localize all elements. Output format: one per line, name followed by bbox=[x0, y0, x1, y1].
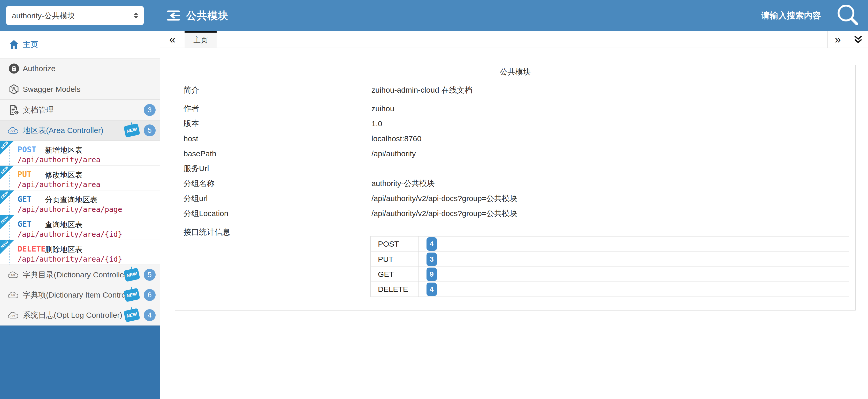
count-badge: 4 bbox=[144, 309, 156, 321]
stats-cell: POST 4 PUT 3 bbox=[363, 221, 855, 310]
api-list-item[interactable]: NEW DELETE 删除地区表 /api/authority/area/{id… bbox=[0, 240, 160, 265]
table-row: basePath /api/authority bbox=[175, 146, 855, 161]
svg-text:API: API bbox=[10, 294, 15, 297]
controller-label: 字典目录(Dictionary Controller) bbox=[23, 269, 129, 280]
stats-method: GET bbox=[371, 267, 419, 282]
module-info-table: 公共模块 简介 zuihou-admin-cloud 在线文档 作者 zuiho… bbox=[175, 65, 856, 311]
row-value: zuihou-admin-cloud 在线文档 bbox=[363, 79, 855, 101]
row-label: basePath bbox=[175, 146, 363, 161]
cloud-api-icon: API bbox=[7, 291, 21, 300]
table-row: 分组Location /api/authority/v2/api-docs?gr… bbox=[175, 206, 855, 221]
stats-table-row: DELETE 4 bbox=[371, 282, 849, 296]
api-title: 新增地区表 bbox=[45, 145, 83, 155]
top-header: authority-公共模块 公共模块 bbox=[0, 0, 868, 31]
table-row: 分组url /api/authority/v2/api-docs?group=公… bbox=[175, 191, 855, 206]
table-row: 服务Url bbox=[175, 161, 855, 176]
sidebar-controller[interactable]: API 字典项(Dictionary Item Controller) NEW … bbox=[0, 285, 160, 305]
stats-count-cell: 4 bbox=[419, 282, 849, 296]
cloud-api-icon: API bbox=[7, 311, 21, 319]
row-label: 分组名称 bbox=[175, 176, 363, 191]
api-path: /api/authority/area/{id} bbox=[18, 255, 122, 263]
table-row: host localhost:8760 bbox=[175, 131, 855, 146]
row-value: /api/authority bbox=[363, 146, 855, 161]
api-method: PUT bbox=[18, 170, 32, 179]
api-list: NEW POST 新增地区表 /api/authority/area NEW P… bbox=[0, 141, 160, 265]
sidebar-item-label: Swagger Models bbox=[23, 85, 81, 94]
api-title: 修改地区表 bbox=[45, 170, 83, 180]
tab-menu-button[interactable] bbox=[848, 31, 868, 48]
table-row: 简介 zuihou-admin-cloud 在线文档 bbox=[175, 79, 855, 101]
sidebar-item-swagger-models[interactable]: Swagger Models bbox=[0, 79, 160, 100]
group-select[interactable]: authority-公共模块 bbox=[6, 6, 144, 25]
new-badge-icon: NEW bbox=[124, 123, 140, 138]
row-label: 简介 bbox=[175, 79, 363, 101]
api-method: GET bbox=[18, 220, 32, 228]
api-path: /api/authority/area/page bbox=[18, 205, 122, 214]
row-value: /api/authority/v2/api-docs?group=公共模块 bbox=[363, 206, 855, 221]
row-label: 版本 bbox=[175, 116, 363, 131]
stats-count-cell: 4 bbox=[419, 236, 849, 252]
stats-table-row: PUT 3 bbox=[371, 252, 849, 266]
sidebar-controller[interactable]: API 系统日志(Opt Log Controller) NEW 4 bbox=[0, 305, 160, 325]
double-chevron-down-icon bbox=[853, 34, 863, 44]
api-list-item[interactable]: NEW GET 分页查询地区表 /api/authority/area/page bbox=[0, 191, 160, 215]
cloud-api-icon: API bbox=[7, 270, 21, 279]
swagger-doc-page: authority-公共模块 公共模块 bbox=[0, 0, 868, 399]
count-badge: 6 bbox=[144, 289, 156, 301]
sidebar: 主页 Authorize Swagger Mode bbox=[0, 31, 160, 399]
count-badge: 5 bbox=[144, 269, 156, 281]
stats-method: PUT bbox=[371, 252, 419, 266]
controller-label: 地区表(Area Controller) bbox=[23, 125, 103, 136]
row-value: /api/authority/v2/api-docs?group=公共模块 bbox=[363, 191, 855, 206]
api-list-item[interactable]: NEW GET 查询地区表 /api/authority/area/{id} bbox=[0, 215, 160, 240]
svg-text:API: API bbox=[10, 314, 15, 317]
cloud-api-icon: API bbox=[7, 126, 21, 135]
stats-row: 接口统计信息 POST 4 PUT bbox=[175, 221, 855, 310]
row-label: 服务Url bbox=[175, 161, 363, 176]
search-area bbox=[676, 0, 868, 31]
sidebar-item-home[interactable]: 主页 bbox=[0, 31, 160, 58]
lock-icon bbox=[7, 63, 21, 74]
table-title: 公共模块 bbox=[175, 65, 855, 79]
stats-count-badge: 3 bbox=[427, 253, 437, 266]
row-label: 分组Location bbox=[175, 206, 363, 221]
count-badge: 3 bbox=[144, 104, 156, 116]
api-title: 查询地区表 bbox=[45, 220, 83, 230]
controller-label: 字典项(Dictionary Item Controller) bbox=[23, 290, 138, 301]
page-title: 公共模块 bbox=[186, 8, 228, 23]
home-icon bbox=[7, 39, 21, 50]
stats-table-row: POST 4 bbox=[371, 236, 849, 252]
row-label: 分组url bbox=[175, 191, 363, 206]
row-value: 1.0 bbox=[363, 116, 855, 131]
sidebar-item-doc-manage[interactable]: 文档管理 3 bbox=[0, 100, 160, 121]
api-list-item[interactable]: NEW PUT 修改地区表 /api/authority/area bbox=[0, 166, 160, 191]
row-value: authority-公共模块 bbox=[363, 176, 855, 191]
tab-home[interactable]: 主页 bbox=[185, 31, 217, 48]
row-label: 接口统计信息 bbox=[175, 221, 363, 310]
search-input[interactable] bbox=[676, 10, 821, 21]
svg-text:API: API bbox=[10, 274, 15, 277]
sidebar-item-label: 文档管理 bbox=[23, 105, 54, 115]
table-row: 分组名称 authority-公共模块 bbox=[175, 176, 855, 191]
sidebar-controller[interactable]: API 字典目录(Dictionary Controller) NEW 5 bbox=[0, 265, 160, 285]
exchange-icon bbox=[166, 8, 181, 23]
expand-tabs-icon[interactable]: » bbox=[827, 31, 848, 48]
count-badge: 5 bbox=[144, 124, 156, 136]
stats-count-badge: 4 bbox=[427, 283, 437, 296]
stats-count-cell: 3 bbox=[419, 252, 849, 266]
stats-table-row: GET 9 bbox=[371, 266, 849, 282]
sidebar-controller-area[interactable]: API 地区表(Area Controller) NEW 5 bbox=[0, 121, 160, 141]
collapse-tabs-icon[interactable]: « bbox=[160, 31, 185, 48]
group-select-wrap: authority-公共模块 bbox=[6, 6, 144, 25]
api-title: 删除地区表 bbox=[45, 245, 83, 255]
search-icon[interactable] bbox=[835, 3, 860, 28]
stats-count-badge: 4 bbox=[427, 237, 437, 251]
api-list-item[interactable]: NEW POST 新增地区表 /api/authority/area bbox=[0, 141, 160, 166]
api-method: DELETE bbox=[18, 244, 45, 253]
stats-count-badge: 9 bbox=[427, 267, 437, 281]
sidebar-item-authorize[interactable]: Authorize bbox=[0, 58, 160, 79]
api-title: 分页查询地区表 bbox=[45, 195, 97, 205]
row-value: zuihou bbox=[363, 101, 855, 116]
svg-text:API: API bbox=[10, 129, 15, 132]
row-value: localhost:8760 bbox=[363, 131, 855, 146]
